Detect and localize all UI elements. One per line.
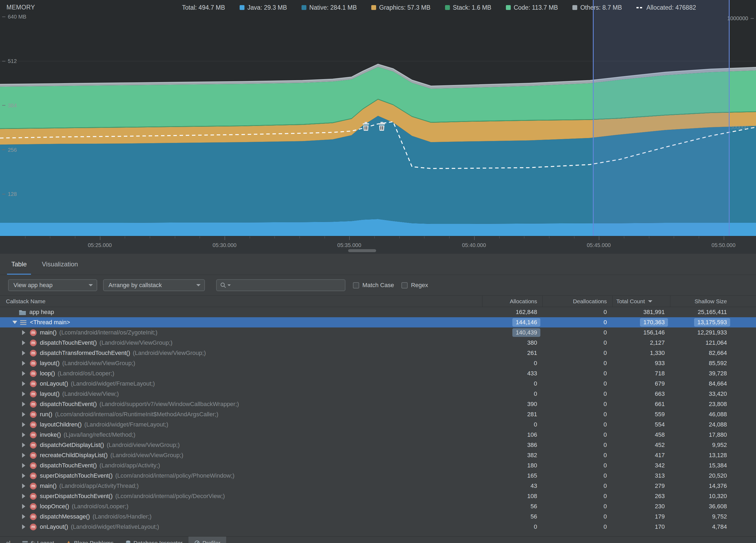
table-row[interactable]: mloop()(Landroid/os/Looper;)433071839,72…	[0, 368, 756, 378]
expand-arrow-right-icon[interactable]	[22, 524, 28, 529]
table-row[interactable]: monLayout()(Landroid/widget/RelativeLayo…	[0, 522, 756, 532]
method-icon: m	[30, 329, 37, 336]
table-row[interactable]: mlayoutChildren()(Landroid/widget/FrameL…	[0, 419, 756, 430]
cell-shallow-size: 84,664	[670, 378, 756, 389]
expand-arrow-right-icon[interactable]	[22, 494, 28, 499]
cell-allocations: 144,146	[482, 317, 543, 327]
table-row[interactable]: app heap162,8480381,99125,165,411	[0, 307, 756, 317]
method-icon: m	[30, 391, 37, 397]
cell-total-count: 2,127	[612, 338, 670, 348]
expand-arrow-right-icon[interactable]	[22, 402, 28, 406]
cell-value: 386	[527, 441, 537, 448]
axis-tick	[449, 236, 450, 239]
cell-value: 46,088	[709, 411, 727, 418]
table-row[interactable]: mlayout()(Landroid/view/View;)0066333,42…	[0, 389, 756, 399]
cell-value: 342	[655, 462, 665, 469]
table-row[interactable]: mdispatchTransformedTouchEvent()(Landroi…	[0, 348, 756, 358]
cell-value: 0	[534, 360, 537, 367]
search-field[interactable]	[216, 279, 345, 291]
status-item-database-inspector[interactable]: Database Inspector	[120, 537, 188, 543]
timeline-selection[interactable]	[593, 0, 730, 236]
cell-value: 25,165,411	[698, 308, 727, 315]
android-studio-profiler: MEMORY Total: 494.7 MBJava: 29.3 MBNativ…	[0, 0, 756, 543]
match-case-checkbox[interactable]: Match Case	[353, 282, 394, 289]
cell-deallocations: 0	[543, 358, 612, 368]
search-icon	[220, 282, 226, 288]
expand-arrow-right-icon[interactable]	[22, 350, 28, 355]
column-header-dealloc[interactable]: Deallocations	[543, 296, 612, 307]
status-item-6-logcat[interactable]: 6: Logcat	[16, 537, 60, 543]
callstack-name-cell: mlayoutChildren()(Landroid/widget/FrameL…	[0, 419, 482, 430]
expand-arrow-right-icon[interactable]	[22, 483, 28, 488]
table-row[interactable]: minvoke()(Ljava/lang/reflect/Method;)106…	[0, 430, 756, 440]
expand-arrow-right-icon[interactable]	[22, 473, 28, 478]
expand-arrow-right-icon[interactable]	[22, 422, 28, 427]
method-icon: m	[30, 472, 37, 479]
tab-visualization[interactable]: Visualization	[34, 254, 85, 275]
table-row[interactable]: mdispatchTouchEvent()(Landroid/view/View…	[0, 338, 756, 348]
tab-table[interactable]: Table	[4, 254, 34, 275]
expand-arrow-right-icon[interactable]	[22, 361, 28, 366]
column-header-total[interactable]: Total Count	[612, 296, 670, 307]
column-header-alloc[interactable]: Allocations	[482, 296, 543, 307]
axis-tick	[574, 236, 575, 239]
cell-deallocations: 0	[543, 491, 612, 501]
expand-arrow-right-icon[interactable]	[22, 330, 28, 335]
database-icon	[125, 540, 131, 543]
cell-value: 0	[534, 421, 537, 428]
method-icon: m	[30, 462, 37, 469]
callstack-class: (Landroid/view/ViewGroup;)	[62, 360, 135, 367]
status-item-blaze-problems[interactable]: Blaze Problems	[60, 537, 120, 543]
expand-arrow-right-icon[interactable]	[22, 381, 28, 386]
expand-arrow-right-icon[interactable]	[22, 504, 28, 509]
arrange-dropdown[interactable]: Arrange by callstack	[103, 279, 205, 291]
expand-arrow-right-icon[interactable]	[22, 340, 28, 345]
table-row[interactable]: mdispatchMessage()(Landroid/os/Handler;)…	[0, 511, 756, 522]
cell-allocations: 140,439	[482, 327, 543, 338]
expand-arrow-down-icon[interactable]	[12, 321, 17, 326]
expand-arrow-right-icon[interactable]	[22, 391, 28, 396]
table-row[interactable]: msuperDispatchTouchEvent()(Lcom/android/…	[0, 471, 756, 481]
table-row[interactable]: msuperDispatchTouchEvent()(Lcom/android/…	[0, 491, 756, 501]
expand-arrow-right-icon[interactable]	[22, 463, 28, 468]
table-row[interactable]: mlayout()(Landroid/view/ViewGroup;)00933…	[0, 358, 756, 368]
expand-arrow-right-icon[interactable]	[22, 514, 28, 519]
table-row[interactable]: mdispatchTouchEvent()(Landroid/support/v…	[0, 399, 756, 409]
callstack-name: main()	[40, 329, 57, 336]
expand-arrow-right-icon[interactable]	[22, 443, 28, 447]
table-row[interactable]: mrun()(Lcom/android/internal/os/RuntimeI…	[0, 409, 756, 419]
expand-arrow-right-icon[interactable]	[22, 432, 28, 437]
cell-value: 106	[527, 431, 537, 438]
status-item-al[interactable]: al	[0, 537, 16, 543]
cell-value: 13,128	[709, 452, 727, 459]
cell-shallow-size: 39,728	[670, 368, 756, 378]
memory-timeline[interactable]: MEMORY Total: 494.7 MBJava: 29.3 MBNativ…	[0, 0, 756, 236]
table-row[interactable]: mmain()(Lcom/android/internal/os/ZygoteI…	[0, 327, 756, 338]
table-row[interactable]: mloopOnce()(Landroid/os/Looper;)56023036…	[0, 501, 756, 511]
callstack-class: (Landroid/widget/FrameLayout;)	[84, 421, 168, 428]
callstack-class: (Landroid/view/ViewGroup;)	[133, 349, 206, 356]
regex-checkbox[interactable]: Regex	[401, 282, 428, 289]
cell-allocations: 380	[482, 338, 543, 348]
search-input[interactable]	[233, 281, 342, 289]
table-row[interactable]: mrecreateChildDisplayList()(Landroid/vie…	[0, 450, 756, 460]
legend-item-stack: Stack: 1.6 MB	[445, 4, 491, 11]
timeline-scrollbar[interactable]	[348, 249, 376, 252]
expand-arrow-right-icon[interactable]	[22, 371, 28, 376]
column-header-name[interactable]: Callstack Name	[0, 296, 482, 307]
expand-arrow-right-icon[interactable]	[22, 412, 28, 417]
heap-dropdown[interactable]: View app heap	[8, 279, 97, 291]
callstack-name: superDispatchTouchEvent()	[40, 472, 113, 479]
cell-value: 0	[604, 390, 607, 397]
column-header-shallow[interactable]: Shallow Size	[670, 296, 756, 307]
table-row[interactable]: mdispatchGetDisplayList()(Landroid/view/…	[0, 440, 756, 450]
axis-tick	[75, 236, 75, 239]
table-row[interactable]: mmain()(Landroid/app/ActivityThread;)430…	[0, 481, 756, 491]
status-item-profiler[interactable]: Profiler	[188, 537, 226, 543]
table-row[interactable]: monLayout()(Landroid/widget/FrameLayout;…	[0, 378, 756, 389]
table-row[interactable]: <Thread main>144,1460170,36313,175,593	[0, 317, 756, 327]
table-row[interactable]: mdispatchTouchEvent()(Landroid/app/Activ…	[0, 460, 756, 471]
legend-label: Graphics: 57.3 MB	[379, 4, 430, 11]
cell-allocations: 386	[482, 440, 543, 450]
expand-arrow-right-icon[interactable]	[22, 453, 28, 458]
